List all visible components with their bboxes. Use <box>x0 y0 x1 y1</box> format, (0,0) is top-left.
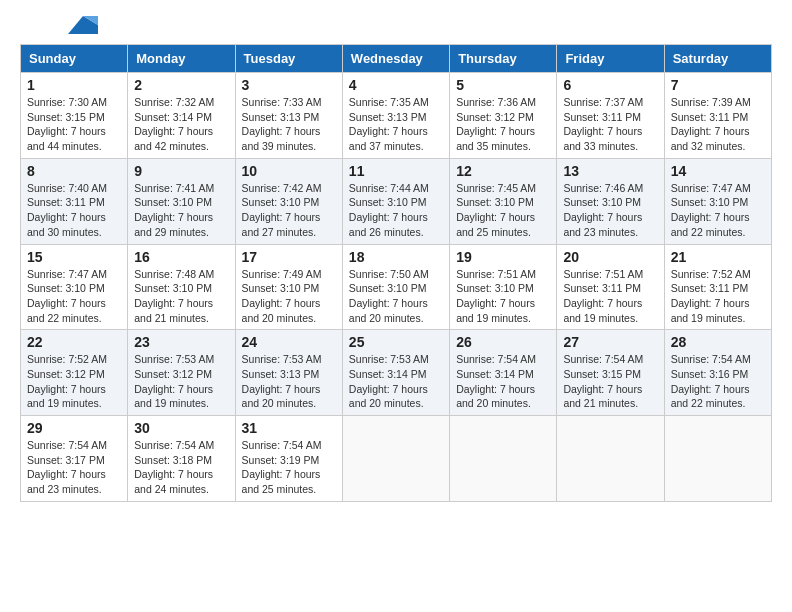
calendar-week-row: 22 Sunrise: 7:52 AM Sunset: 3:12 PM Dayl… <box>21 330 772 416</box>
calendar-week-row: 15 Sunrise: 7:47 AM Sunset: 3:10 PM Dayl… <box>21 244 772 330</box>
day-number: 19 <box>456 249 550 265</box>
calendar-cell: 11 Sunrise: 7:44 AM Sunset: 3:10 PM Dayl… <box>342 158 449 244</box>
day-number: 31 <box>242 420 336 436</box>
day-number: 26 <box>456 334 550 350</box>
day-number: 21 <box>671 249 765 265</box>
day-number: 28 <box>671 334 765 350</box>
calendar-week-row: 1 Sunrise: 7:30 AM Sunset: 3:15 PM Dayli… <box>21 73 772 159</box>
day-number: 10 <box>242 163 336 179</box>
day-info: Sunrise: 7:54 AM Sunset: 3:14 PM Dayligh… <box>456 352 550 411</box>
day-info: Sunrise: 7:52 AM Sunset: 3:11 PM Dayligh… <box>671 267 765 326</box>
day-info: Sunrise: 7:51 AM Sunset: 3:10 PM Dayligh… <box>456 267 550 326</box>
logo-icon <box>68 16 98 34</box>
day-info: Sunrise: 7:47 AM Sunset: 3:10 PM Dayligh… <box>27 267 121 326</box>
calendar-cell <box>664 416 771 502</box>
day-info: Sunrise: 7:35 AM Sunset: 3:13 PM Dayligh… <box>349 95 443 154</box>
calendar-cell: 16 Sunrise: 7:48 AM Sunset: 3:10 PM Dayl… <box>128 244 235 330</box>
calendar-week-row: 8 Sunrise: 7:40 AM Sunset: 3:11 PM Dayli… <box>21 158 772 244</box>
calendar-cell: 2 Sunrise: 7:32 AM Sunset: 3:14 PM Dayli… <box>128 73 235 159</box>
day-number: 27 <box>563 334 657 350</box>
day-number: 3 <box>242 77 336 93</box>
day-info: Sunrise: 7:33 AM Sunset: 3:13 PM Dayligh… <box>242 95 336 154</box>
day-number: 15 <box>27 249 121 265</box>
day-info: Sunrise: 7:54 AM Sunset: 3:18 PM Dayligh… <box>134 438 228 497</box>
day-number: 22 <box>27 334 121 350</box>
calendar-cell: 27 Sunrise: 7:54 AM Sunset: 3:15 PM Dayl… <box>557 330 664 416</box>
day-info: Sunrise: 7:54 AM Sunset: 3:17 PM Dayligh… <box>27 438 121 497</box>
day-info: Sunrise: 7:54 AM Sunset: 3:16 PM Dayligh… <box>671 352 765 411</box>
day-info: Sunrise: 7:37 AM Sunset: 3:11 PM Dayligh… <box>563 95 657 154</box>
day-info: Sunrise: 7:42 AM Sunset: 3:10 PM Dayligh… <box>242 181 336 240</box>
header-friday: Friday <box>557 45 664 73</box>
calendar-cell: 25 Sunrise: 7:53 AM Sunset: 3:14 PM Dayl… <box>342 330 449 416</box>
calendar-cell: 14 Sunrise: 7:47 AM Sunset: 3:10 PM Dayl… <box>664 158 771 244</box>
day-number: 7 <box>671 77 765 93</box>
day-info: Sunrise: 7:36 AM Sunset: 3:12 PM Dayligh… <box>456 95 550 154</box>
day-info: Sunrise: 7:53 AM Sunset: 3:12 PM Dayligh… <box>134 352 228 411</box>
day-number: 24 <box>242 334 336 350</box>
day-number: 30 <box>134 420 228 436</box>
calendar-cell: 1 Sunrise: 7:30 AM Sunset: 3:15 PM Dayli… <box>21 73 128 159</box>
calendar-cell: 6 Sunrise: 7:37 AM Sunset: 3:11 PM Dayli… <box>557 73 664 159</box>
calendar-cell: 22 Sunrise: 7:52 AM Sunset: 3:12 PM Dayl… <box>21 330 128 416</box>
calendar-cell: 12 Sunrise: 7:45 AM Sunset: 3:10 PM Dayl… <box>450 158 557 244</box>
day-info: Sunrise: 7:49 AM Sunset: 3:10 PM Dayligh… <box>242 267 336 326</box>
calendar-cell: 28 Sunrise: 7:54 AM Sunset: 3:16 PM Dayl… <box>664 330 771 416</box>
header-monday: Monday <box>128 45 235 73</box>
day-info: Sunrise: 7:48 AM Sunset: 3:10 PM Dayligh… <box>134 267 228 326</box>
calendar-cell: 4 Sunrise: 7:35 AM Sunset: 3:13 PM Dayli… <box>342 73 449 159</box>
calendar-cell: 5 Sunrise: 7:36 AM Sunset: 3:12 PM Dayli… <box>450 73 557 159</box>
day-number: 6 <box>563 77 657 93</box>
calendar-cell: 17 Sunrise: 7:49 AM Sunset: 3:10 PM Dayl… <box>235 244 342 330</box>
day-number: 13 <box>563 163 657 179</box>
calendar-cell <box>557 416 664 502</box>
calendar-cell: 10 Sunrise: 7:42 AM Sunset: 3:10 PM Dayl… <box>235 158 342 244</box>
day-number: 29 <box>27 420 121 436</box>
day-number: 2 <box>134 77 228 93</box>
calendar-cell: 18 Sunrise: 7:50 AM Sunset: 3:10 PM Dayl… <box>342 244 449 330</box>
day-info: Sunrise: 7:50 AM Sunset: 3:10 PM Dayligh… <box>349 267 443 326</box>
header <box>20 20 772 34</box>
day-number: 23 <box>134 334 228 350</box>
day-info: Sunrise: 7:32 AM Sunset: 3:14 PM Dayligh… <box>134 95 228 154</box>
header-tuesday: Tuesday <box>235 45 342 73</box>
calendar-week-row: 29 Sunrise: 7:54 AM Sunset: 3:17 PM Dayl… <box>21 416 772 502</box>
calendar-cell: 8 Sunrise: 7:40 AM Sunset: 3:11 PM Dayli… <box>21 158 128 244</box>
calendar-cell: 9 Sunrise: 7:41 AM Sunset: 3:10 PM Dayli… <box>128 158 235 244</box>
day-number: 8 <box>27 163 121 179</box>
header-sunday: Sunday <box>21 45 128 73</box>
day-info: Sunrise: 7:46 AM Sunset: 3:10 PM Dayligh… <box>563 181 657 240</box>
calendar-cell: 13 Sunrise: 7:46 AM Sunset: 3:10 PM Dayl… <box>557 158 664 244</box>
day-info: Sunrise: 7:44 AM Sunset: 3:10 PM Dayligh… <box>349 181 443 240</box>
calendar-cell: 19 Sunrise: 7:51 AM Sunset: 3:10 PM Dayl… <box>450 244 557 330</box>
calendar-cell: 3 Sunrise: 7:33 AM Sunset: 3:13 PM Dayli… <box>235 73 342 159</box>
day-info: Sunrise: 7:51 AM Sunset: 3:11 PM Dayligh… <box>563 267 657 326</box>
day-info: Sunrise: 7:52 AM Sunset: 3:12 PM Dayligh… <box>27 352 121 411</box>
calendar-cell: 21 Sunrise: 7:52 AM Sunset: 3:11 PM Dayl… <box>664 244 771 330</box>
day-number: 20 <box>563 249 657 265</box>
day-info: Sunrise: 7:40 AM Sunset: 3:11 PM Dayligh… <box>27 181 121 240</box>
day-number: 18 <box>349 249 443 265</box>
calendar-cell: 20 Sunrise: 7:51 AM Sunset: 3:11 PM Dayl… <box>557 244 664 330</box>
logo <box>20 20 98 34</box>
calendar-cell: 26 Sunrise: 7:54 AM Sunset: 3:14 PM Dayl… <box>450 330 557 416</box>
day-number: 9 <box>134 163 228 179</box>
calendar-cell <box>342 416 449 502</box>
header-thursday: Thursday <box>450 45 557 73</box>
calendar-header-row: SundayMondayTuesdayWednesdayThursdayFrid… <box>21 45 772 73</box>
day-info: Sunrise: 7:53 AM Sunset: 3:13 PM Dayligh… <box>242 352 336 411</box>
calendar-cell: 15 Sunrise: 7:47 AM Sunset: 3:10 PM Dayl… <box>21 244 128 330</box>
calendar-cell: 30 Sunrise: 7:54 AM Sunset: 3:18 PM Dayl… <box>128 416 235 502</box>
calendar-cell: 29 Sunrise: 7:54 AM Sunset: 3:17 PM Dayl… <box>21 416 128 502</box>
day-info: Sunrise: 7:54 AM Sunset: 3:19 PM Dayligh… <box>242 438 336 497</box>
header-wednesday: Wednesday <box>342 45 449 73</box>
day-number: 16 <box>134 249 228 265</box>
day-info: Sunrise: 7:45 AM Sunset: 3:10 PM Dayligh… <box>456 181 550 240</box>
day-info: Sunrise: 7:53 AM Sunset: 3:14 PM Dayligh… <box>349 352 443 411</box>
day-number: 1 <box>27 77 121 93</box>
calendar-table: SundayMondayTuesdayWednesdayThursdayFrid… <box>20 44 772 502</box>
day-info: Sunrise: 7:41 AM Sunset: 3:10 PM Dayligh… <box>134 181 228 240</box>
day-number: 14 <box>671 163 765 179</box>
calendar-cell <box>450 416 557 502</box>
day-info: Sunrise: 7:54 AM Sunset: 3:15 PM Dayligh… <box>563 352 657 411</box>
